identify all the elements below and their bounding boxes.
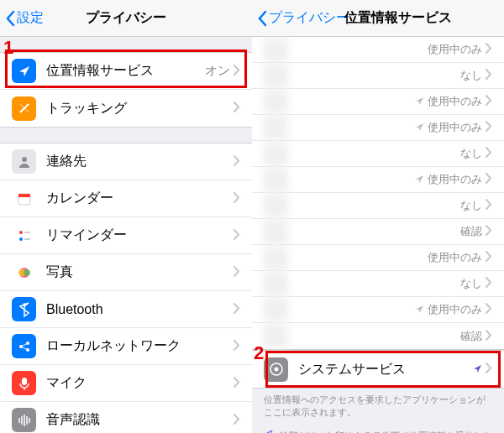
app-row[interactable]: 確認 bbox=[252, 219, 504, 245]
chevron-right-icon bbox=[234, 154, 240, 170]
row-label: マイク bbox=[46, 374, 234, 392]
footer-note-1: 位置情報へのアクセスを要求したアプリケーションがここに表示されます。 bbox=[252, 389, 504, 425]
location-icon bbox=[12, 59, 36, 83]
app-name-blurred bbox=[298, 42, 428, 57]
chevron-left-icon bbox=[257, 10, 267, 27]
svg-rect-13 bbox=[22, 378, 27, 385]
location-status: 使用中のみ bbox=[428, 42, 482, 57]
chevron-right-icon bbox=[234, 64, 240, 79]
app-name-blurred bbox=[298, 302, 415, 317]
svg-point-9 bbox=[24, 269, 30, 276]
location-status: 使用中のみ bbox=[428, 94, 482, 109]
row-reminders[interactable]: リマインダー bbox=[0, 217, 252, 254]
app-row[interactable]: 確認 bbox=[252, 323, 504, 349]
app-icon bbox=[264, 38, 288, 62]
row-system-services[interactable]: システムサービス bbox=[252, 351, 504, 388]
back-to-privacy[interactable]: プライバシー bbox=[252, 9, 349, 27]
bluetooth-icon bbox=[12, 297, 36, 321]
chevron-right-icon bbox=[486, 250, 492, 265]
chevron-right-icon bbox=[486, 68, 492, 83]
row-label: リマインダー bbox=[46, 227, 234, 244]
app-row[interactable]: 使用中のみ bbox=[252, 297, 504, 323]
location-arrow-icon bbox=[415, 172, 424, 187]
row-label: 位置情報サービス bbox=[46, 62, 205, 80]
location-arrow-icon bbox=[415, 94, 424, 109]
photos-icon bbox=[12, 260, 36, 284]
app-icon bbox=[264, 298, 288, 322]
chevron-right-icon bbox=[234, 413, 240, 428]
app-row[interactable]: 使用中のみ bbox=[252, 245, 504, 271]
location-status: 使用中のみ bbox=[428, 302, 482, 317]
row-calendar[interactable]: カレンダー bbox=[0, 180, 252, 217]
back-to-settings[interactable]: 設定 bbox=[0, 9, 44, 27]
app-row[interactable]: 使用中のみ bbox=[252, 167, 504, 193]
chevron-right-icon bbox=[486, 362, 492, 377]
row-label: ローカルネットワーク bbox=[46, 337, 234, 355]
app-rows: 使用中のみ なし 使用中のみ 使用中のみ なし 使用中のみ なし 確認 使用中の… bbox=[252, 37, 504, 350]
group-system: システムサービス bbox=[252, 350, 504, 389]
app-name-blurred bbox=[298, 146, 460, 161]
chevron-right-icon bbox=[234, 191, 240, 206]
gear-icon bbox=[264, 357, 288, 382]
location-status: なし bbox=[460, 276, 482, 291]
row-bluetooth[interactable]: Bluetooth bbox=[0, 291, 252, 328]
mic-icon bbox=[12, 371, 36, 395]
chevron-left-icon bbox=[5, 10, 15, 27]
row-label: トラッキング bbox=[46, 100, 234, 117]
app-row[interactable]: なし bbox=[252, 63, 504, 89]
row-tracking[interactable]: トラッキング bbox=[0, 90, 252, 127]
location-status: 使用中のみ bbox=[428, 120, 482, 135]
app-icon bbox=[264, 90, 288, 114]
app-row[interactable]: なし bbox=[252, 193, 504, 219]
location-arrow-icon bbox=[473, 362, 482, 377]
svg-rect-6 bbox=[24, 238, 30, 240]
location-status: なし bbox=[460, 68, 482, 83]
app-icon bbox=[264, 324, 288, 348]
app-row[interactable]: なし bbox=[252, 271, 504, 297]
footer-note-2: 輪郭だけの矢印はある条件下で位置情報を受信した可能性のある bbox=[252, 425, 504, 433]
location-arrow-icon bbox=[264, 430, 273, 433]
row-label: 連絡先 bbox=[46, 153, 234, 170]
app-name-blurred bbox=[298, 329, 460, 344]
app-row[interactable]: 使用中のみ bbox=[252, 37, 504, 63]
row-speech[interactable]: 音声認識 bbox=[0, 402, 252, 433]
location-status: なし bbox=[460, 146, 482, 161]
app-name-blurred bbox=[298, 120, 415, 135]
location-status: 確認 bbox=[460, 224, 482, 239]
footer-text: 輪郭だけの矢印はある条件下で位置情報を受信した可能性のある bbox=[280, 430, 492, 433]
privacy-panel: 設定 プライバシー 位置情報サービス オン トラッキング 連絡先カレンダーリマイ… bbox=[0, 0, 252, 433]
reminders-icon bbox=[12, 223, 36, 248]
privacy-list: 位置情報サービス オン トラッキング 連絡先カレンダーリマインダー写真Bluet… bbox=[0, 37, 252, 433]
speech-icon bbox=[12, 408, 36, 432]
header-left: 設定 プライバシー bbox=[0, 0, 252, 37]
row-contacts[interactable]: 連絡先 bbox=[0, 143, 252, 180]
row-mic[interactable]: マイク bbox=[0, 365, 252, 402]
chevron-right-icon bbox=[486, 94, 492, 109]
app-row[interactable]: 使用中のみ bbox=[252, 89, 504, 115]
chevron-right-icon bbox=[486, 224, 492, 239]
app-icon bbox=[264, 64, 288, 88]
chevron-right-icon bbox=[234, 101, 240, 116]
app-row[interactable]: なし bbox=[252, 141, 504, 167]
row-network[interactable]: ローカルネットワーク bbox=[0, 328, 252, 365]
tracking-icon bbox=[12, 97, 36, 121]
network-icon bbox=[12, 334, 36, 358]
row-location-services[interactable]: 位置情報サービス オン bbox=[0, 53, 252, 90]
row-photos[interactable]: 写真 bbox=[0, 254, 252, 291]
chevron-right-icon bbox=[234, 228, 240, 243]
chevron-right-icon bbox=[486, 146, 492, 161]
chevron-right-icon bbox=[486, 42, 492, 57]
location-services-panel: プライバシー 位置情報サービス 使用中のみ なし 使用中のみ 使用中のみ なし … bbox=[252, 0, 504, 433]
app-icon bbox=[264, 272, 288, 296]
back-label: 設定 bbox=[17, 9, 44, 27]
app-icon bbox=[264, 194, 288, 218]
chevron-right-icon bbox=[234, 376, 240, 391]
app-row[interactable]: 使用中のみ bbox=[252, 115, 504, 141]
app-icon bbox=[264, 116, 288, 140]
group-data-access: 連絡先カレンダーリマインダー写真Bluetoothローカルネットワークマイク音声… bbox=[0, 143, 252, 433]
location-status: 使用中のみ bbox=[428, 172, 482, 187]
row-label: カレンダー bbox=[46, 190, 234, 207]
location-status: 確認 bbox=[460, 329, 482, 344]
chevron-right-icon bbox=[486, 198, 492, 213]
svg-point-0 bbox=[22, 157, 27, 162]
